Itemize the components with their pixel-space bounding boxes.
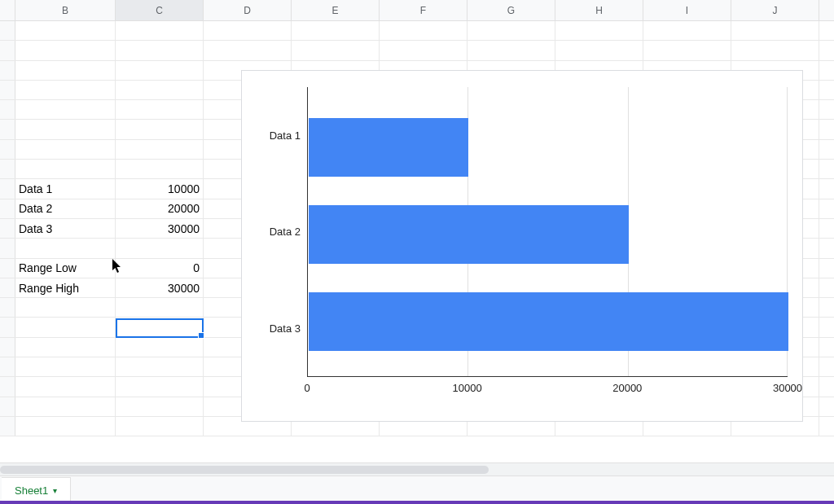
column-header-i[interactable]: I	[643, 0, 731, 20]
chart-xtick-0: 0	[304, 382, 309, 394]
column-header-c[interactable]: C	[116, 0, 204, 20]
column-header-d[interactable]: D	[204, 0, 292, 20]
chart-xtick-2: 20000	[612, 382, 642, 394]
cell-data2-label[interactable]: Data 2	[15, 199, 116, 218]
scroll-thumb[interactable]	[0, 466, 489, 474]
cell-data3-label[interactable]: Data 3	[15, 219, 116, 238]
cell-rangehigh-value[interactable]: 30000	[116, 278, 204, 297]
cell-rangelow-value[interactable]: 0	[116, 259, 204, 278]
column-header-j[interactable]: J	[731, 0, 819, 20]
bottom-accent-bar	[0, 501, 834, 504]
bar-chart[interactable]: Data 1 Data 2 Data 3 0 10000 20000 30000	[241, 70, 803, 422]
sheet-tabs-bar: Sheet1 ▾	[0, 476, 834, 504]
column-header-b[interactable]: B	[15, 0, 116, 20]
cell-data2-value[interactable]: 20000	[116, 199, 204, 218]
chart-category-0: Data 1	[242, 129, 307, 142]
chart-xtick-3: 30000	[773, 382, 802, 394]
chart-category-2: Data 3	[242, 322, 307, 335]
column-header-f[interactable]: F	[380, 0, 467, 20]
column-headers-row: B C D E F G H I J	[0, 0, 834, 21]
cell-data1-label[interactable]: Data 1	[15, 179, 116, 198]
cell-data1-value[interactable]: 10000	[116, 179, 204, 198]
cell-rangehigh-label[interactable]: Range High	[15, 278, 116, 297]
chart-bar-0	[309, 118, 468, 177]
chart-category-1: Data 2	[242, 226, 307, 238]
chart-bar-2	[309, 292, 788, 351]
cell-rangelow-label[interactable]: Range Low	[15, 259, 116, 278]
sheet-tab-label: Sheet1	[15, 484, 48, 497]
sheet-tab-sheet1[interactable]: Sheet1 ▾	[2, 477, 71, 503]
column-header-h[interactable]: H	[555, 0, 643, 20]
corner-gutter	[0, 0, 15, 20]
chart-plot-area	[307, 87, 788, 377]
caret-down-icon: ▾	[53, 486, 57, 495]
column-header-e[interactable]: E	[292, 0, 380, 20]
horizontal-scrollbar[interactable]	[0, 462, 834, 476]
chart-bar-1	[309, 205, 629, 264]
column-header-g[interactable]: G	[467, 0, 555, 20]
cell-data3-value[interactable]: 30000	[116, 219, 204, 238]
chart-xtick-1: 10000	[453, 382, 482, 394]
